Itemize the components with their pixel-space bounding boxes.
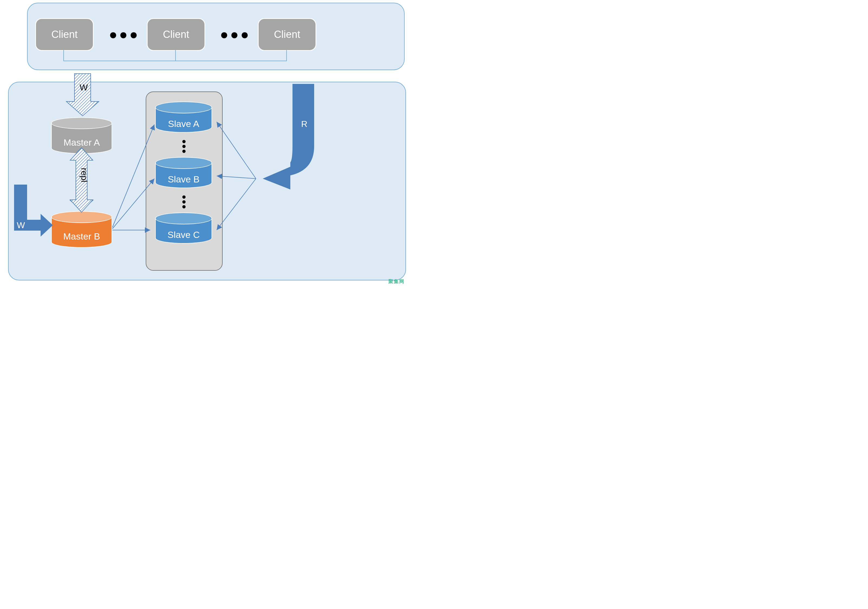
write-left-label: W (17, 220, 25, 230)
slave-a-cylinder: Slave A (155, 102, 212, 133)
clients-panel: Client ● ● ● Client ● ● ● Client (27, 3, 405, 70)
connector-line (286, 50, 287, 60)
slave-c-cylinder: Slave C (155, 212, 212, 244)
master-a-label: Master A (51, 137, 112, 148)
client-label: Client (51, 29, 78, 40)
watermark: 聚集网 (388, 278, 405, 285)
connector-line (64, 60, 287, 61)
client-label: Client (274, 29, 300, 40)
master-b-label: Master B (51, 231, 112, 242)
read-label: R (301, 119, 307, 129)
v-ellipsis-icon: ●●● (182, 138, 185, 154)
v-ellipsis-icon: ●●● (182, 193, 185, 210)
slave-c-label: Slave C (155, 230, 212, 240)
master-b-cylinder: Master B (51, 211, 112, 248)
client-box-3: Client (258, 18, 316, 51)
client-label: Client (163, 29, 189, 40)
slave-a-label: Slave A (155, 119, 212, 129)
ellipsis-icon: ● ● ● (109, 26, 137, 42)
ellipsis-icon: ● ● ● (220, 26, 248, 42)
repl-label: repl (79, 168, 89, 182)
diagram-root: Client ● ● ● Client ● ● ● Client Master … (0, 0, 406, 286)
master-a-cylinder: Master A (51, 117, 112, 154)
slave-b-cylinder: Slave B (155, 157, 212, 188)
connector-line (175, 50, 176, 60)
client-box-1: Client (35, 18, 94, 51)
slave-b-label: Slave B (155, 174, 212, 185)
client-box-2: Client (147, 18, 205, 51)
connector-line (64, 50, 64, 60)
write-top-label: W (80, 83, 88, 93)
